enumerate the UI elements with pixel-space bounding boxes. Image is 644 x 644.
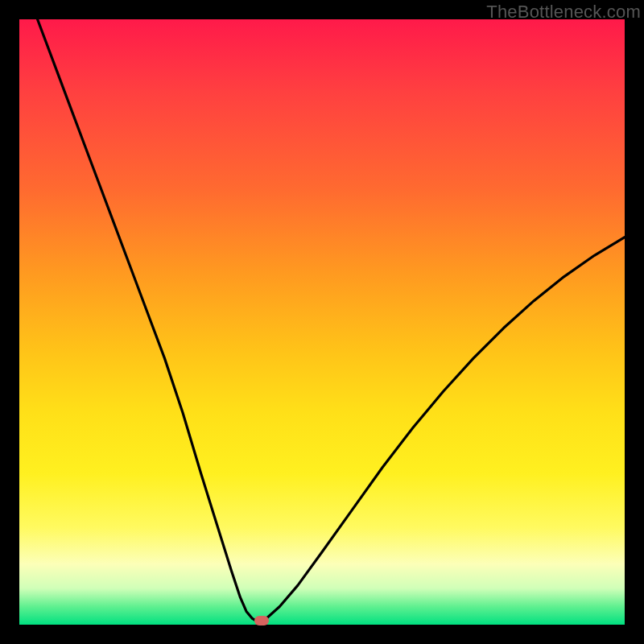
bottleneck-curve bbox=[19, 19, 625, 625]
optimal-point-marker bbox=[254, 616, 269, 625]
watermark-text: TheBottleneck.com bbox=[486, 2, 641, 23]
plot-area bbox=[19, 19, 625, 625]
